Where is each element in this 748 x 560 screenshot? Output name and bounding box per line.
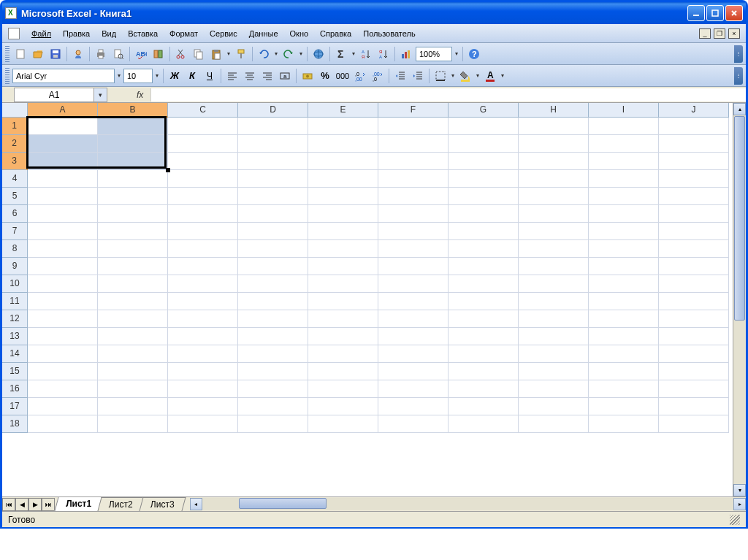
cell-D18[interactable] xyxy=(238,415,308,433)
cell-H17[interactable] xyxy=(519,398,589,415)
mdi-minimize-button[interactable]: _ xyxy=(699,28,711,39)
cell-A6[interactable] xyxy=(28,205,98,223)
cell-J6[interactable] xyxy=(659,205,729,223)
cell-C8[interactable] xyxy=(168,240,238,258)
scroll-left-button[interactable]: ◂ xyxy=(190,498,202,510)
fill-handle[interactable] xyxy=(166,168,170,172)
font-select[interactable] xyxy=(12,69,115,83)
cell-D6[interactable] xyxy=(238,205,308,223)
help-icon[interactable]: ? xyxy=(466,46,482,62)
cell-E2[interactable] xyxy=(308,135,378,153)
cell-C15[interactable] xyxy=(168,363,238,380)
cell-F14[interactable] xyxy=(378,345,449,363)
resize-grip[interactable] xyxy=(730,515,740,525)
copy-icon[interactable] xyxy=(191,46,207,62)
spelling-icon[interactable]: ABC xyxy=(133,46,149,62)
cell-H16[interactable] xyxy=(519,380,589,398)
cell-G10[interactable] xyxy=(449,275,519,293)
percent-icon[interactable]: % xyxy=(317,68,333,84)
column-header-A[interactable]: A xyxy=(28,103,98,118)
cell-C2[interactable] xyxy=(168,135,238,153)
cell-F17[interactable] xyxy=(378,398,449,415)
menu-file[interactable]: Файл xyxy=(26,27,57,40)
cell-B13[interactable] xyxy=(98,328,168,345)
decrease-indent-icon[interactable] xyxy=(392,68,408,84)
cell-G17[interactable] xyxy=(449,398,519,415)
cell-H7[interactable] xyxy=(519,223,589,240)
cell-E18[interactable] xyxy=(308,415,378,433)
cell-G11[interactable] xyxy=(449,293,519,310)
print-preview-icon[interactable] xyxy=(110,46,126,62)
cell-D3[interactable] xyxy=(238,153,308,170)
cell-D12[interactable] xyxy=(238,310,308,328)
cell-E6[interactable] xyxy=(308,205,378,223)
cell-E8[interactable] xyxy=(308,240,378,258)
open-icon[interactable] xyxy=(30,46,46,62)
toolbar-grip[interactable] xyxy=(5,68,9,84)
cell-G1[interactable] xyxy=(449,118,519,135)
cell-B3[interactable] xyxy=(98,153,168,170)
cell-I18[interactable] xyxy=(589,415,659,433)
cell-A16[interactable] xyxy=(28,380,98,398)
cell-J11[interactable] xyxy=(659,293,729,310)
borders-icon[interactable] xyxy=(432,68,449,84)
cell-I12[interactable] xyxy=(589,310,659,328)
cell-C18[interactable] xyxy=(168,415,238,433)
print-icon[interactable] xyxy=(93,46,109,62)
cell-C17[interactable] xyxy=(168,398,238,415)
increase-indent-icon[interactable] xyxy=(410,68,426,84)
cells-area[interactable] xyxy=(28,118,729,433)
increase-decimal-icon[interactable]: ,0,00 xyxy=(352,68,368,84)
cell-B17[interactable] xyxy=(98,398,168,415)
cell-H9[interactable] xyxy=(519,258,589,275)
column-header-G[interactable]: G xyxy=(449,103,519,118)
menu-edit[interactable]: Правка xyxy=(57,27,96,40)
cell-J14[interactable] xyxy=(659,345,729,363)
cell-E1[interactable] xyxy=(308,118,378,135)
cell-B2[interactable] xyxy=(98,135,168,153)
column-header-E[interactable]: E xyxy=(308,103,378,118)
cell-H6[interactable] xyxy=(519,205,589,223)
menu-format[interactable]: Формат xyxy=(164,27,204,40)
cell-J1[interactable] xyxy=(659,118,729,135)
cell-A8[interactable] xyxy=(28,240,98,258)
vertical-scrollbar[interactable]: ▴ ▾ xyxy=(733,103,746,496)
toolbar-options-icon[interactable]: ⋮ xyxy=(734,45,743,63)
cell-G18[interactable] xyxy=(449,415,519,433)
cell-E9[interactable] xyxy=(308,258,378,275)
cell-A15[interactable] xyxy=(28,363,98,380)
cell-J3[interactable] xyxy=(659,153,729,170)
cell-B14[interactable] xyxy=(98,345,168,363)
cell-J17[interactable] xyxy=(659,398,729,415)
align-center-icon[interactable] xyxy=(242,68,258,84)
cell-J15[interactable] xyxy=(659,363,729,380)
toolbar-grip[interactable] xyxy=(5,46,9,62)
cell-A17[interactable] xyxy=(28,398,98,415)
cell-E13[interactable] xyxy=(308,328,378,345)
font-dropdown[interactable]: ▾ xyxy=(116,72,122,79)
menu-user[interactable]: Пользователь xyxy=(357,27,421,40)
zoom-dropdown[interactable]: ▾ xyxy=(454,50,459,57)
menu-data[interactable]: Данные xyxy=(243,27,284,40)
cell-H12[interactable] xyxy=(519,310,589,328)
fill-color-icon[interactable] xyxy=(457,68,473,84)
cell-C10[interactable] xyxy=(168,275,238,293)
cell-G14[interactable] xyxy=(449,345,519,363)
cell-A14[interactable] xyxy=(28,345,98,363)
cell-G7[interactable] xyxy=(449,223,519,240)
currency-icon[interactable] xyxy=(299,68,316,84)
cell-C9[interactable] xyxy=(168,258,238,275)
row-header-9[interactable]: 9 xyxy=(2,258,28,275)
cell-I10[interactable] xyxy=(589,275,659,293)
font-color-icon[interactable]: A xyxy=(482,68,498,84)
cell-I2[interactable] xyxy=(589,135,659,153)
cell-D5[interactable] xyxy=(238,188,308,205)
cell-E14[interactable] xyxy=(308,345,378,363)
toolbar-options-icon[interactable]: ⋮ xyxy=(734,67,743,85)
cell-J16[interactable] xyxy=(659,380,729,398)
titlebar[interactable]: Microsoft Excel - Книга1 xyxy=(2,2,746,24)
cell-I15[interactable] xyxy=(589,363,659,380)
cell-A9[interactable] xyxy=(28,258,98,275)
cell-E7[interactable] xyxy=(308,223,378,240)
cell-C14[interactable] xyxy=(168,345,238,363)
